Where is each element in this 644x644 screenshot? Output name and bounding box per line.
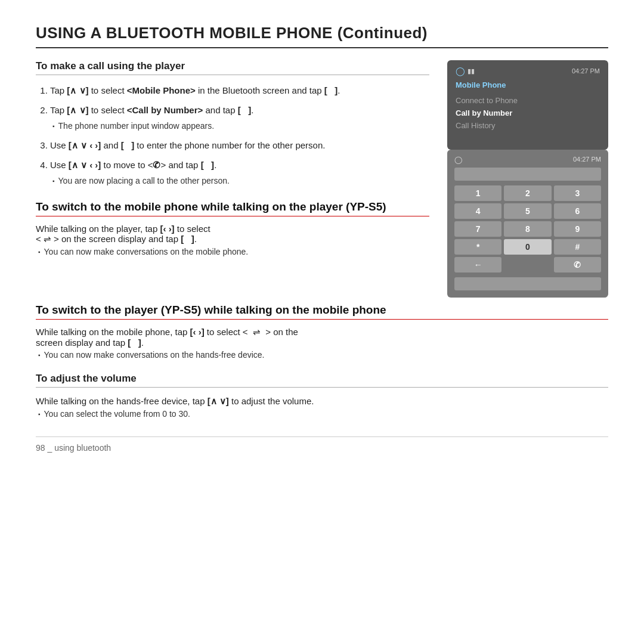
step-1: Tap [∧ ∨] to select <Mobile Phone> in th… <box>50 83 429 97</box>
page-footer: 98 _ using bluetooth <box>36 436 608 453</box>
section2-subbullet: You can now make conversations on the mo… <box>38 247 429 256</box>
section-adjust-volume: To adjust the volume While talking on th… <box>36 373 608 419</box>
battery-icon: ▮▮ <box>467 67 475 75</box>
key-hash: # <box>554 239 601 255</box>
keypad-bottom-bar <box>454 277 601 290</box>
step-2-subbullet: The phone number input window appears. <box>52 120 429 133</box>
page-title: USING A BLUETOOTH MOBILE PHONE (Continue… <box>36 24 608 48</box>
section-switch-to-phone: To switch to the mobile phone while talk… <box>36 200 429 256</box>
step-4-subbullet: You are now placing a call to the other … <box>52 175 429 188</box>
steps-list: Tap [∧ ∨] to select <Mobile Phone> in th… <box>50 83 429 187</box>
section3-heading: To switch to the player (YP-S5) while ta… <box>36 304 608 320</box>
device-keypad-mockup: ◯ 04:27 PM 1 2 3 4 5 6 7 8 9 * 0 # ← ✆ <box>447 150 608 298</box>
key-empty <box>504 257 551 273</box>
menu-item-connect: Connect to Phone <box>456 94 600 107</box>
key-2: 2 <box>504 185 551 201</box>
device-menu-mockup: ◯ ▮▮ 04:27 PM Mobile Phone Connect to Ph… <box>447 60 608 150</box>
key-back: ← <box>454 257 501 273</box>
keypad-time: 04:27 PM <box>573 156 601 164</box>
key-8: 8 <box>504 221 551 237</box>
key-4: 4 <box>454 203 501 219</box>
menu-item-callhistory: Call History <box>456 119 600 132</box>
menu-item-callbynumber: Call by Number <box>456 107 600 119</box>
step-3: Use [∧ ∨ ‹ ›] and [ ] to enter the phone… <box>50 138 429 152</box>
section4-heading: To adjust the volume <box>36 373 608 388</box>
key-0: 0 <box>504 239 551 255</box>
bluetooth-icon: ◯ <box>456 66 465 76</box>
section2-body: While talking on the player, tap [‹ ›] t… <box>36 224 429 244</box>
keypad-device-icon: ◯ <box>454 156 462 164</box>
key-3: 3 <box>554 185 601 201</box>
section4-subbullet: You can select the volume from 0 to 30. <box>38 409 608 419</box>
device-screenshots: ◯ ▮▮ 04:27 PM Mobile Phone Connect to Ph… <box>447 60 608 298</box>
section2-heading: To switch to the mobile phone while talk… <box>36 200 429 216</box>
keypad-display <box>454 168 601 181</box>
key-5: 5 <box>504 203 551 219</box>
section3-subbullet: You can now make conversations on the ha… <box>38 350 608 360</box>
key-7: 7 <box>454 221 501 237</box>
key-6: 6 <box>554 203 601 219</box>
section-make-call: To make a call using the player Tap [∧ ∨… <box>36 60 429 187</box>
section-switch-to-player: To switch to the player (YP-S5) while ta… <box>36 304 608 360</box>
device-menu-topbar: ◯ ▮▮ 04:27 PM <box>456 66 600 76</box>
device-icons: ◯ ▮▮ <box>456 66 475 76</box>
device-time: 04:27 PM <box>572 67 600 75</box>
keypad-grid: 1 2 3 4 5 6 7 8 9 * 0 # ← ✆ <box>454 185 601 273</box>
key-9: 9 <box>554 221 601 237</box>
section4-body: While talking on the hands-free device, … <box>36 396 608 407</box>
key-1: 1 <box>454 185 501 201</box>
key-star: * <box>454 239 501 255</box>
lower-sections: To switch to the player (YP-S5) while ta… <box>36 304 608 419</box>
step-2: Tap [∧ ∨] to select <Call by Number> and… <box>50 103 429 132</box>
device-brand-label: Mobile Phone <box>456 80 600 89</box>
section3-body: While talking on the mobile phone, tap [… <box>36 327 608 348</box>
device-keypad-topbar: ◯ 04:27 PM <box>454 156 601 164</box>
key-call: ✆ <box>554 257 601 273</box>
section1-heading: To make a call using the player <box>36 60 429 75</box>
step-4: Use [∧ ∨ ‹ ›] to move to <✆> and tap [ ]… <box>50 158 429 187</box>
